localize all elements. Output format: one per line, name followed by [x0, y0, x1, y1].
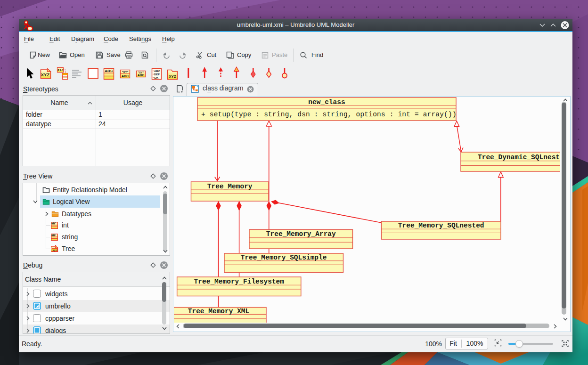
svg-text:Tree_Memory_XML: Tree_Memory_XML: [188, 308, 250, 315]
svg-text:IJK: IJK: [154, 76, 159, 79]
svg-text:ABC: ABC: [154, 70, 161, 73]
svg-text:XYZ: XYZ: [41, 72, 50, 77]
svg-text:xyz: xyz: [53, 249, 57, 251]
svg-text:DEF: DEF: [154, 73, 160, 76]
svg-text:Tree_Memory: Tree_Memory: [207, 183, 253, 190]
svg-text:Tree_Memory_SQLnested: Tree_Memory_SQLnested: [398, 222, 484, 229]
svg-text:Tree_Dynamic_SQLnested: Tree_Dynamic_SQLnested: [478, 154, 560, 161]
svg-text:ABC: ABC: [51, 234, 56, 236]
svg-text:ABC: ABC: [138, 73, 144, 77]
svg-text:ABC: ABC: [105, 69, 113, 73]
svg-text:new_class: new_class: [308, 98, 345, 106]
svg-text:Tree_Memory_SQLsimple: Tree_Memory_SQLsimple: [241, 254, 327, 261]
svg-text:Tree_Memory_Array: Tree_Memory_Array: [266, 230, 336, 238]
svg-text:Tree_Memory_Filesystem: Tree_Memory_Filesystem: [194, 278, 285, 285]
svg-text:+ setup(type : string, dsn : s: + setup(type : string, dsn : string, opt…: [201, 111, 457, 118]
svg-text:XYZ: XYZ: [57, 68, 64, 72]
svg-text:XYZ: XYZ: [169, 74, 176, 79]
svg-text:ABC: ABC: [122, 74, 129, 78]
svg-text:ABC: ABC: [51, 222, 56, 225]
svg-text:"XY": "XY": [122, 71, 129, 73]
